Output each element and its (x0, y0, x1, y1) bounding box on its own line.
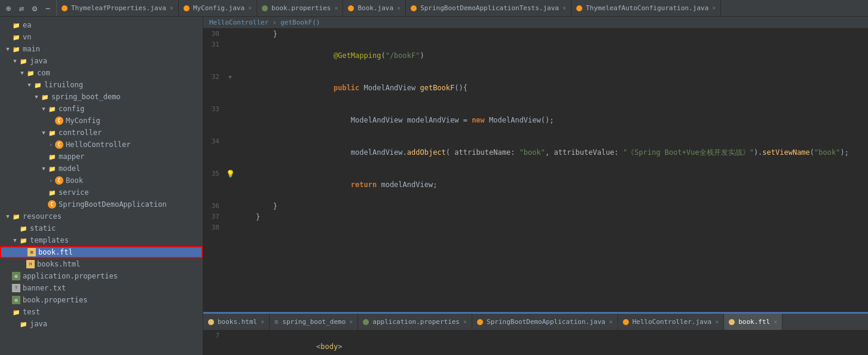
folder-icon-service: 📁 (48, 188, 56, 197)
sidebar-label-book-ftl: book.ftl (38, 248, 73, 256)
code-line-31: 31 @GetMapping("/bookF") (203, 39, 868, 72)
sidebar-item-banner[interactable]: T banner.txt (0, 282, 203, 294)
sidebar-item-com[interactable]: ▼ 📁 com (0, 67, 203, 79)
tab-thymeleaf-auto[interactable]: ThymeleafAutoConfiguration.java × (571, 0, 721, 16)
sidebar-label-static: static (30, 224, 56, 232)
sidebar-label-java: java (30, 57, 47, 65)
sidebar-item-book-ftl[interactable]: ▤ book.ftl (0, 246, 203, 258)
sidebar-item-application-props[interactable]: ⚙ application.properties (0, 270, 203, 282)
sidebar-item-ea[interactable]: 📁 ea (0, 19, 203, 31)
java-icon-book: C (55, 176, 63, 185)
arrow-templates: ▼ (12, 237, 18, 243)
lower-tab-bar: books.html × m spring_boot_demo × applic… (203, 314, 868, 330)
tab-springboot-tests[interactable]: SpringBootDemoApplicationTests.java × (406, 0, 571, 16)
sidebar-item-static[interactable]: 📁 static (0, 222, 203, 234)
sidebar-item-service[interactable]: 📁 service (0, 186, 203, 198)
tab-application-props[interactable]: application.properties × (358, 314, 472, 330)
editor-area: HelloController › getBookF() 30 } 31 (203, 17, 868, 355)
collapse-arrow-32[interactable]: ▼ (228, 72, 231, 82)
code-line-32: 32 ▼ public ModelAndView getBookF(){ (203, 72, 868, 104)
sidebar-item-test-java[interactable]: 📁 java (0, 318, 203, 330)
arrow-config: ▼ (41, 106, 47, 112)
props-file-icon (262, 5, 268, 11)
sidebar-item-java[interactable]: ▼ 📁 java (0, 55, 203, 67)
sidebar-item-resources[interactable]: ▼ 📁 resources (0, 210, 203, 222)
tab-hellocontroller[interactable]: HelloController.java × (618, 314, 724, 330)
close-bottom-5[interactable]: × (774, 319, 777, 325)
tab-myconfig[interactable]: MyConfig.java × (179, 0, 257, 16)
close-tab-5[interactable]: × (712, 5, 716, 11)
lower-code-area[interactable]: 7 <body> 8 ${a! (203, 330, 868, 355)
code-line-33: 33 ModelAndView modelAndView = new Model… (203, 104, 868, 136)
arrow-controller: ▼ (41, 130, 47, 136)
sidebar-item-hellocontroller[interactable]: › C HelloController (0, 139, 203, 151)
close-bottom-4[interactable]: × (715, 319, 719, 325)
sidebar-label-ea: ea (23, 21, 31, 29)
tab-book-ftl[interactable]: book.ftl × (724, 314, 783, 330)
close-bottom-1[interactable]: × (349, 319, 353, 325)
txt-icon-banner: T (12, 284, 20, 292)
upper-code-area[interactable]: 30 } 31 @GetMapping("/bookF") (203, 29, 868, 312)
sidebar-item-config[interactable]: ▼ 📁 config (0, 103, 203, 115)
sidebar-item-book-props[interactable]: ⚙ book.properties (0, 294, 203, 306)
tab-thymeleaf-properties[interactable]: ThymeleafProperties.java × (57, 0, 179, 16)
minimize-icon[interactable]: − (43, 4, 53, 13)
sidebar-item-model[interactable]: ▼ 📁 model (0, 163, 203, 175)
globe-icon[interactable]: ⊕ (4, 4, 13, 13)
split-icon[interactable]: ⇄ (17, 4, 26, 13)
sidebar-label-controller: controller (59, 128, 102, 137)
sidebar-item-vn[interactable]: 📁 vn (0, 31, 203, 43)
sidebar-label-config: config (59, 105, 84, 113)
sidebar-item-main[interactable]: ▼ 📁 main (0, 43, 203, 55)
code-line-36: 36 } (203, 201, 868, 212)
close-tab-2[interactable]: × (334, 5, 338, 11)
arrow-book: › (48, 178, 54, 183)
sidebar-item-springbootdemoapplication[interactable]: C SpringBootDemoApplication (0, 198, 203, 210)
ftl-icon-bookftl: ▤ (27, 248, 36, 256)
close-tab-3[interactable]: × (397, 5, 401, 11)
sidebar-item-book[interactable]: › C Book (0, 175, 203, 186)
close-tab-1[interactable]: × (248, 5, 252, 11)
sidebar-item-spring-boot-demo[interactable]: ▼ 📁 spring_boot_demo (0, 91, 203, 103)
arrow-liruilong: ▼ (26, 82, 32, 88)
project-sidebar[interactable]: 📁 ea 📁 vn ▼ 📁 main ▼ 📁 ja (0, 17, 203, 355)
sidebar-label-spring-boot-demo: spring_boot_demo (51, 93, 121, 101)
java-file-icon3 (348, 5, 354, 11)
arrow-java: ▼ (12, 58, 18, 64)
sidebar-item-books-html[interactable]: H books.html (0, 258, 203, 270)
java-tab-icon2 (623, 319, 629, 325)
tab-spring-boot-demo[interactable]: m spring_boot_demo × (270, 314, 358, 330)
tab-springbootdemoapplication[interactable]: SpringBootDemoApplication.java × (472, 314, 618, 330)
arrow-spring-boot-demo: ▼ (33, 94, 39, 100)
folder-icon-spring-boot-demo: 📁 (41, 93, 49, 101)
sidebar-item-templates[interactable]: ▼ 📁 templates (0, 234, 203, 246)
arrow-resources: ▼ (5, 213, 11, 219)
code-line-35: 35 💡 return modelAndView; (203, 169, 868, 201)
tab-books-html[interactable]: books.html × (203, 314, 270, 330)
breadcrumb-bar: HelloController › getBookF() (203, 17, 868, 29)
close-bottom-2[interactable]: × (463, 319, 467, 325)
sidebar-item-myconfig[interactable]: C MyConfig (0, 115, 203, 127)
sidebar-item-liruilong[interactable]: ▼ 📁 liruilong (0, 79, 203, 91)
sidebar-label-book: Book (66, 176, 83, 185)
close-bottom-0[interactable]: × (261, 319, 264, 325)
sidebar-item-controller[interactable]: ▼ 📁 controller (0, 127, 203, 139)
settings-icon[interactable]: ⚙ (30, 4, 39, 13)
sidebar-label-com: com (37, 69, 50, 77)
folder-icon-static: 📁 (19, 224, 27, 232)
close-tab-0[interactable]: × (170, 5, 173, 11)
close-tab-4[interactable]: × (563, 5, 566, 11)
folder-icon-config: 📁 (48, 105, 56, 113)
code-line-30: 30 } (203, 29, 868, 39)
lightbulb-icon[interactable]: 💡 (226, 169, 235, 179)
sidebar-item-test[interactable]: 📁 test (0, 306, 203, 318)
tab-book-properties[interactable]: book.properties × (257, 0, 343, 16)
java-tab-icon (477, 319, 483, 325)
tab-book-java[interactable]: Book.java × (343, 0, 406, 16)
sidebar-item-mapper[interactable]: 📁 mapper (0, 151, 203, 163)
folder-icon-com: 📁 (26, 69, 35, 77)
sidebar-label-main: main (23, 45, 40, 53)
close-bottom-3[interactable]: × (609, 319, 613, 325)
sidebar-label-books-html: books.html (37, 260, 80, 268)
sidebar-label-resources: resources (23, 212, 62, 221)
